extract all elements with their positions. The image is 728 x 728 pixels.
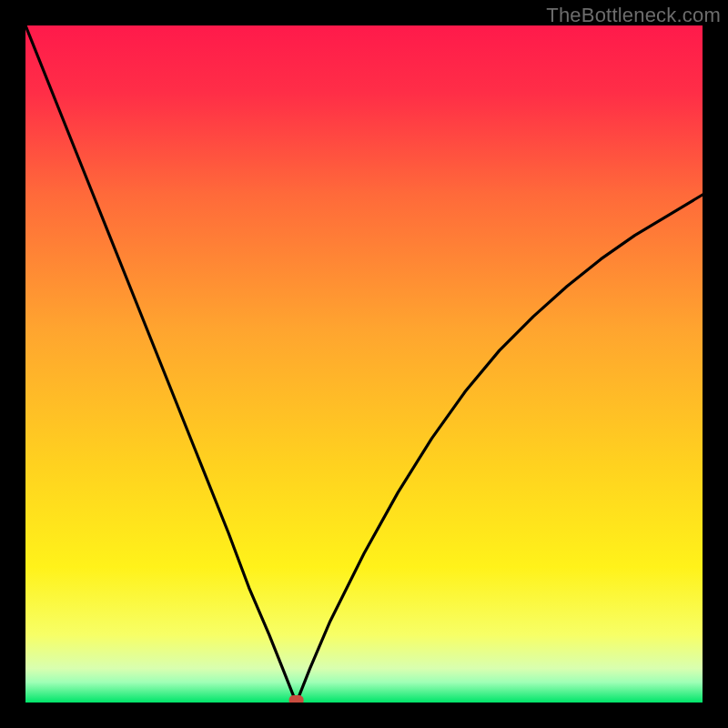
watermark-text: TheBottleneck.com (546, 4, 721, 27)
optimum-marker (289, 695, 304, 703)
chart-frame: TheBottleneck.com (0, 0, 728, 728)
chart-svg (25, 25, 703, 703)
gradient-background (25, 25, 703, 703)
plot-area (25, 25, 703, 703)
